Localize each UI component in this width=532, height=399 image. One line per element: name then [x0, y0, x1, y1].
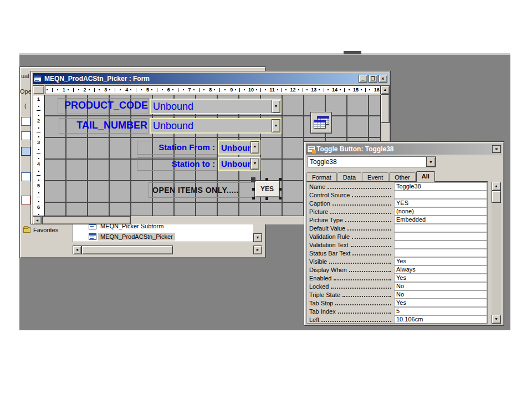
property-label: Visible [307, 258, 327, 265]
property-label: Left [307, 316, 319, 324]
toggle-button-yes[interactable]: YES [254, 181, 280, 197]
vscroll-thumb[interactable] [381, 94, 390, 123]
objects-bar-icon[interactable] [21, 131, 30, 140]
station-from-label-box[interactable]: Station From : [137, 141, 217, 155]
close-icon[interactable]: × [492, 145, 501, 153]
close-button[interactable]: × [378, 75, 387, 83]
forms-list-hscrollbar[interactable]: ◄ ► [73, 245, 262, 254]
station-from-combo-value: Unbound [219, 143, 250, 152]
property-value-field[interactable]: Embedded [394, 216, 487, 224]
property-row: CaptionYES [307, 199, 487, 207]
scroll-down-icon[interactable]: ▼ [253, 233, 262, 242]
property-label: Triple State [307, 291, 340, 299]
selection-handle[interactable] [252, 188, 255, 191]
property-value-field[interactable]: Toggle38 [394, 182, 487, 191]
property-row: EnabledYes [307, 274, 487, 282]
tab-data[interactable]: Data [337, 172, 361, 182]
property-value-field[interactable] [394, 191, 487, 199]
selection-handle[interactable] [279, 197, 282, 200]
ruler-cm-segment: 15 [339, 86, 360, 94]
properties-vscrollbar[interactable]: ▲ ▼ [492, 182, 501, 324]
property-value-field[interactable]: Yes [394, 274, 487, 282]
selection-handle[interactable] [252, 197, 255, 200]
objects-bar-icon[interactable] [21, 196, 30, 204]
property-value-field[interactable]: No [394, 282, 487, 290]
control-selector-combo[interactable]: Toggle38 ▼ [308, 156, 436, 167]
property-label: Name [307, 183, 325, 191]
property-value-field[interactable]: 5 [394, 307, 487, 315]
property-value-field[interactable]: YES [394, 199, 487, 207]
selection-handle[interactable] [279, 188, 282, 191]
tab-all[interactable]: All [416, 171, 435, 182]
property-value-field[interactable]: Yes [394, 299, 487, 307]
station-to-combo[interactable]: Unbound ▼ [218, 157, 260, 171]
objects-bar-icon-forms[interactable] [21, 147, 30, 156]
dropdown-icon[interactable]: ▼ [272, 100, 280, 113]
scroll-left-icon[interactable]: ◄ [33, 216, 42, 224]
dropdown-icon[interactable]: ▼ [426, 157, 436, 167]
dot-leader [342, 296, 391, 297]
property-value-field[interactable] [394, 249, 487, 257]
property-row: Tab Index5 [307, 307, 487, 315]
property-value-field[interactable]: Always [394, 265, 487, 274]
property-row: Status Bar Text [307, 249, 487, 257]
form-window-titlebar[interactable]: MEQN_ProdACStn_Picker : Form _ ❐ × [33, 73, 388, 84]
ruler-cm-segment: 1 [33, 95, 44, 117]
scroll-up-icon[interactable]: ▲ [492, 182, 501, 191]
product-code-label-box[interactable]: PRODUCT_CODE [58, 98, 149, 114]
selection-handle[interactable] [265, 178, 268, 181]
minimize-button[interactable]: _ [359, 75, 367, 83]
objects-bar-icon[interactable] [21, 117, 30, 126]
scroll-right-icon[interactable]: ► [253, 245, 262, 254]
ruler-number: 8 [209, 87, 212, 93]
selection-handle[interactable] [279, 178, 282, 181]
hscroll-thumb[interactable] [42, 216, 131, 224]
datasheet-button[interactable] [310, 112, 332, 134]
ruler-number: 3 [37, 140, 40, 145]
tab-format[interactable]: Format [306, 172, 337, 182]
screen: ual Ope ( Favorites MEQN_Picker SubformM… [0, 0, 532, 399]
property-value-field[interactable]: Yes [394, 257, 487, 265]
objects-bar-icon[interactable] [21, 172, 30, 181]
ruler-number: 4 [125, 87, 128, 93]
open-button-fragment[interactable]: Ope [20, 88, 32, 95]
product-code-combo[interactable]: Unbound ▼ [150, 99, 282, 114]
properties-tabs: FormatDataEventOtherAll [306, 171, 436, 182]
scroll-up-icon[interactable]: ▲ [381, 85, 390, 94]
dot-leader [351, 246, 391, 247]
tab-other[interactable]: Other [389, 172, 416, 182]
property-label: Validation Text [307, 241, 349, 249]
maximize-button[interactable]: ❐ [369, 75, 377, 83]
selection-handle[interactable] [265, 197, 268, 200]
selection-handle[interactable] [251, 177, 255, 182]
dropdown-icon[interactable]: ▼ [250, 158, 259, 170]
dot-leader [345, 221, 391, 222]
property-value-field[interactable]: (none) [394, 207, 487, 216]
property-row: NameToggle38 [307, 182, 487, 191]
station-to-label-box[interactable]: Station to : [137, 157, 217, 171]
tail-number-combo[interactable]: Unbound ▼ [150, 118, 282, 134]
property-value-field[interactable] [394, 241, 487, 249]
property-value-field[interactable] [394, 232, 487, 241]
dropdown-icon[interactable]: ▼ [272, 119, 280, 132]
properties-titlebar[interactable]: Toggle Button: Toggle38 × [306, 144, 502, 155]
property-value-field[interactable]: No [394, 290, 487, 299]
ruler-number: 5 [37, 183, 40, 188]
property-label: Enabled [307, 274, 331, 282]
property-row: Picture(none) [307, 207, 487, 216]
open-items-label-box[interactable]: OPEN ITEMS ONLY..... [149, 182, 255, 198]
text-fragment: ( [24, 103, 27, 109]
property-value-field[interactable]: 10.106cm [394, 315, 487, 324]
favorites-group-label[interactable]: Favorites [33, 227, 58, 233]
control-selector-value: Toggle38 [308, 158, 426, 166]
vscroll-thumb[interactable] [492, 191, 501, 203]
station-from-combo[interactable]: Unbound ▼ [218, 140, 260, 155]
hscroll-thumb[interactable] [81, 245, 173, 254]
dropdown-icon[interactable]: ▼ [250, 141, 259, 154]
tab-event[interactable]: Event [362, 172, 388, 182]
property-value-field[interactable] [394, 224, 487, 232]
tail-number-label-box[interactable]: TAIL_NUMBER [59, 118, 149, 134]
scroll-left-icon[interactable]: ◄ [73, 245, 81, 254]
scroll-down-icon[interactable]: ▼ [492, 315, 501, 324]
forms-list-item[interactable]: MEQN_ProdACStn_Picker [73, 231, 262, 242]
